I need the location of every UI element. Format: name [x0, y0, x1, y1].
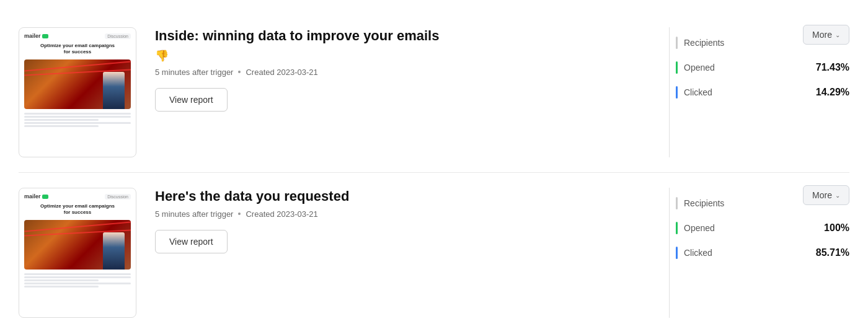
recipients-label: Recipients: [684, 198, 800, 208]
thumbnail-text-lines: [24, 273, 131, 287]
chevron-down-icon: ⌄: [835, 32, 840, 38]
thumbnail-image: [24, 59, 131, 109]
vertical-divider: [669, 27, 670, 157]
campaign-title-1: Inside: winning data to improve your ema…: [155, 27, 644, 45]
clicked-bar: [676, 247, 678, 259]
thumbnail-badge: Discussion: [105, 33, 131, 39]
opened-label: Opened: [684, 223, 800, 233]
chevron-down-icon: ⌄: [835, 192, 840, 199]
text-line-2: [24, 116, 131, 118]
thumbnail-title: Optimize your email campaignsfor success: [24, 43, 131, 56]
recipients-bar: [676, 37, 678, 49]
meta-created: Created 2023-03-21: [246, 68, 317, 77]
text-line-1: [24, 113, 131, 115]
thumbnail-badge: Discussion: [105, 194, 131, 200]
mailer-logo: mailer: [24, 193, 48, 200]
thumbnail-header: mailer Discussion: [24, 193, 131, 200]
more-button-2[interactable]: More ⌄: [803, 185, 849, 205]
thumbnail-title: Optimize your email campaignsfor success: [24, 203, 131, 216]
text-line-1: [24, 273, 131, 275]
text-line-4: [24, 122, 131, 124]
text-line-3: [24, 279, 99, 281]
clicked-value: 85.71%: [806, 247, 849, 258]
clicked-row: Clicked 14.29%: [676, 80, 849, 105]
text-line-5: [24, 125, 99, 127]
more-label: More: [812, 190, 832, 200]
opened-value: 100%: [806, 222, 849, 234]
meta-separator: [238, 213, 241, 215]
campaign-card-2: mailer Discussion Optimize your email ca…: [19, 173, 849, 329]
thumbnail-header: mailer Discussion: [24, 33, 131, 39]
text-line-4: [24, 283, 131, 284]
clicked-row: Clicked 85.71%: [676, 240, 849, 265]
clicked-bar: [676, 86, 678, 99]
more-label: More: [812, 30, 832, 40]
email-thumbnail-1: mailer Discussion Optimize your email ca…: [19, 27, 136, 157]
thumbs-down-icon: 👎: [155, 49, 644, 63]
vertical-divider: [669, 188, 670, 318]
campaign-meta-2: 5 minutes after trigger Created 2023-03-…: [155, 209, 644, 219]
opened-bar: [676, 222, 678, 234]
email-thumbnail-2: mailer Discussion Optimize your email ca…: [19, 188, 136, 318]
text-line-3: [24, 119, 99, 121]
mailer-logo-icon: [42, 34, 48, 38]
campaigns-list: mailer Discussion Optimize your email ca…: [19, 12, 849, 329]
opened-row: Opened 100%: [676, 216, 849, 240]
campaign-meta-1: 5 minutes after trigger Created 2023-03-…: [155, 68, 644, 77]
opened-label: Opened: [684, 63, 800, 72]
clicked-value: 14.29%: [806, 87, 849, 98]
meta-created: Created 2023-03-21: [246, 209, 317, 219]
clicked-label: Clicked: [684, 87, 800, 97]
recipients-label: Recipients: [684, 38, 800, 48]
campaign-info-1: Inside: winning data to improve your ema…: [155, 27, 663, 112]
opened-bar: [676, 61, 678, 74]
person-figure: [103, 72, 125, 109]
mailer-logo-icon: [42, 195, 48, 199]
thumbnail-image: [24, 220, 131, 270]
mailer-logo: mailer: [24, 33, 48, 39]
campaign-card-1: mailer Discussion Optimize your email ca…: [19, 12, 849, 173]
clicked-label: Clicked: [684, 248, 800, 258]
text-line-5: [24, 286, 99, 287]
meta-trigger: 5 minutes after trigger: [155, 68, 233, 77]
view-report-button-2[interactable]: View report: [155, 230, 228, 253]
meta-trigger: 5 minutes after trigger: [155, 209, 233, 219]
more-button-1[interactable]: More ⌄: [803, 25, 849, 45]
person-figure: [103, 232, 125, 270]
meta-separator: [238, 71, 241, 73]
opened-row: Opened 71.43%: [676, 55, 849, 80]
campaign-info-2: Here's the data you requested 5 minutes …: [155, 188, 663, 253]
thumbnail-text-lines: [24, 113, 131, 127]
campaign-title-2: Here's the data you requested: [155, 188, 644, 206]
view-report-button-1[interactable]: View report: [155, 88, 228, 112]
opened-value: 71.43%: [806, 62, 849, 73]
text-line-2: [24, 276, 131, 278]
recipients-bar: [676, 197, 678, 209]
